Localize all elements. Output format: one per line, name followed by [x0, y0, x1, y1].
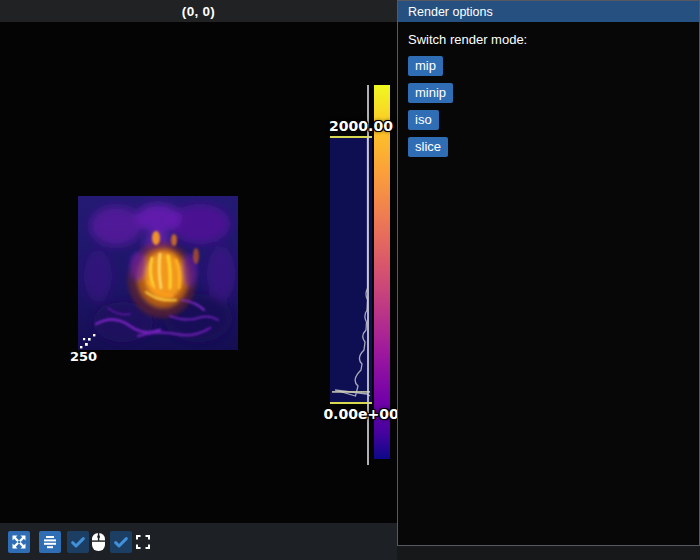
panel-header[interactable]: Render options: [398, 1, 699, 22]
viewport-toolbar: [0, 523, 397, 560]
render-viewport: (0, 0): [0, 0, 397, 560]
tf-min-label: 0.00e+00: [322, 406, 397, 422]
viewport-titlebar: (0, 0): [0, 0, 397, 22]
viewport-title: (0, 0): [182, 4, 215, 19]
toggle-ui-button[interactable]: [39, 531, 61, 553]
panel-body: Switch render mode: mip minip iso slice: [398, 22, 699, 172]
mode-button-minip[interactable]: minip: [408, 83, 453, 103]
mode-button-slice[interactable]: slice: [408, 137, 448, 157]
mode-button-mip[interactable]: mip: [408, 56, 443, 76]
render-area[interactable]: 250 2000.00 0.00e+00: [0, 22, 397, 523]
check-icon: [70, 534, 86, 550]
align-center-icon: [43, 535, 57, 549]
fullscreen-checkbox[interactable]: [110, 531, 132, 553]
tf-max-label: 2000.00: [322, 118, 397, 134]
histogram-box[interactable]: [330, 138, 372, 402]
histogram-curve: [330, 138, 372, 402]
mode-button-iso[interactable]: iso: [408, 110, 439, 130]
panel-title: Render options: [408, 5, 493, 19]
tf-range-line-min[interactable]: [330, 402, 372, 404]
scale-label: 250: [70, 349, 97, 364]
transfer-function-widget[interactable]: 2000.00 0.00e+00: [326, 82, 396, 492]
app-window: (0, 0): [0, 0, 700, 560]
interaction-checkbox[interactable]: [67, 531, 89, 553]
render-mode-prompt: Switch render mode:: [408, 32, 689, 47]
check-icon: [113, 534, 129, 550]
expand-arrows-icon: [12, 535, 26, 549]
volume-rendering-image: [78, 196, 238, 350]
mouse-icon: [91, 532, 106, 552]
reset-camera-button[interactable]: [8, 531, 30, 553]
colorbar[interactable]: [374, 85, 390, 459]
render-options-panel: Render options Switch render mode: mip m…: [397, 0, 700, 546]
fullscreen-corners-icon: [136, 535, 150, 549]
tf-range-line-max[interactable]: [330, 136, 372, 138]
